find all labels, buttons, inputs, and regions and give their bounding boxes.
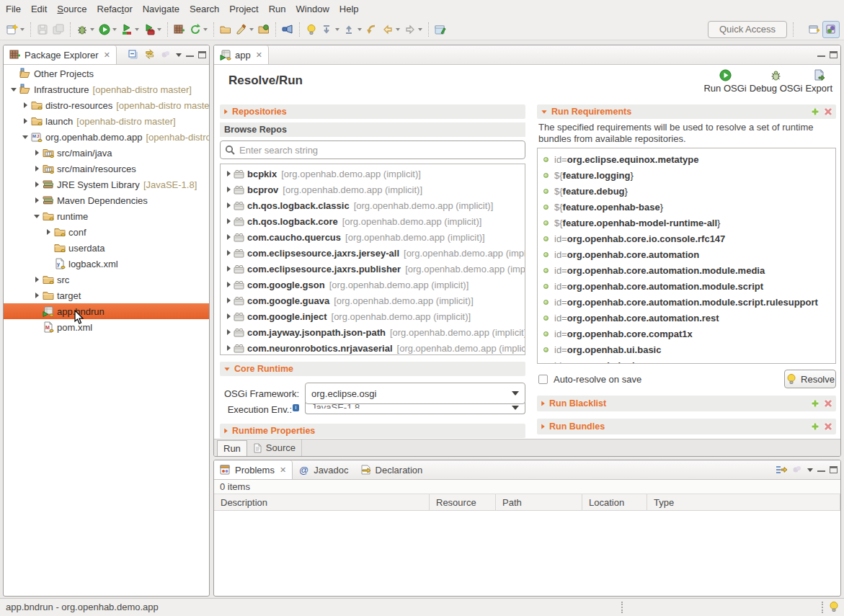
debug-osgi-button[interactable]: Debug OSGi	[749, 68, 804, 95]
resolve-button[interactable]: Resolve	[784, 370, 836, 388]
view-menu-icon[interactable]	[176, 53, 182, 57]
new-java-project-button[interactable]	[172, 21, 187, 38]
dropdown-caret-icon[interactable]	[418, 28, 422, 31]
lightbulb-icon[interactable]	[828, 601, 840, 612]
tree-expand-icon[interactable]	[31, 150, 43, 156]
pin-editor-button[interactable]	[432, 21, 448, 38]
quick-access-button[interactable]: Quick Access	[708, 21, 787, 38]
repo-item[interactable]: com.neuronrobotics.nrjavaserial[org.open…	[221, 340, 525, 355]
requirement-item[interactable]: id=org.openhab.ui.paper	[538, 357, 835, 364]
menu-source[interactable]: Source	[52, 0, 92, 19]
forward-button[interactable]	[402, 21, 425, 38]
requirement-item[interactable]: ${feature.openhab-model-runtime-all}	[538, 215, 835, 231]
refresh-button[interactable]	[187, 21, 210, 38]
tree-item-pom-xml[interactable]: Mpom.xml	[4, 319, 209, 335]
tree-expand-icon[interactable]	[223, 250, 234, 256]
tree-expand-icon[interactable]	[223, 202, 234, 208]
tree-collapse-icon[interactable]	[31, 215, 43, 218]
tree-expand-icon[interactable]	[223, 298, 234, 303]
tab-run[interactable]: Run	[217, 440, 247, 456]
section-core-runtime[interactable]: Core Runtime	[220, 362, 525, 376]
open-resource-button[interactable]	[218, 21, 234, 38]
menu-run[interactable]: Run	[264, 0, 291, 19]
maximize-icon[interactable]	[830, 466, 838, 473]
remove-requirement-icon[interactable]	[823, 107, 833, 117]
repo-item[interactable]: com.caucho.quercus[org.openhab.demo.app …	[221, 229, 525, 245]
tree-expand-icon[interactable]	[223, 313, 234, 319]
run-osgi-button[interactable]: Run OSGi	[703, 68, 747, 95]
auto-resolve-checkbox[interactable]	[538, 375, 548, 384]
open-type-button[interactable]	[256, 21, 272, 38]
last-edit-button[interactable]	[364, 21, 380, 38]
run-button[interactable]	[97, 21, 119, 38]
tree-item-org-openhab-demo-app[interactable]: MJorg.openhab.demo.app[openhab-distro ma…	[4, 129, 209, 145]
menu-search[interactable]: Search	[185, 0, 224, 19]
tree-expand-icon[interactable]	[223, 218, 234, 224]
tree-expand-icon[interactable]	[223, 171, 234, 177]
menu-edit[interactable]: Edit	[26, 0, 52, 19]
chevron-down-icon[interactable]	[512, 406, 519, 410]
collapse-all-icon[interactable]	[128, 49, 140, 61]
dropdown-caret-icon[interactable]	[203, 28, 208, 31]
tab-source[interactable]: Source	[247, 439, 302, 456]
repo-item[interactable]: com.google.gson[org.openhab.demo.app (im…	[221, 277, 525, 293]
repo-item[interactable]: com.eclipsesource.jaxrs.publisher[org.op…	[221, 261, 525, 277]
coverage-button[interactable]	[119, 21, 141, 38]
column-header-type[interactable]: Type	[647, 494, 840, 510]
repo-item[interactable]: bcprov[org.openhab.demo.app (implicit)]	[221, 182, 525, 197]
paint-button[interactable]	[234, 21, 256, 38]
remove-blacklist-icon[interactable]	[823, 398, 833, 409]
menu-window[interactable]: Window	[291, 0, 334, 19]
tab-package-explorer[interactable]: Package Explorer ✕	[4, 45, 117, 64]
tree-item-infrastructure[interactable]: Infrastructure[openhab-distro master]	[4, 81, 209, 97]
requirement-item[interactable]: id=org.openhab.ui.basic	[538, 342, 835, 357]
minimize-icon[interactable]	[817, 51, 825, 58]
repo-item[interactable]: ch.qos.logback.core[org.openhab.demo.app…	[221, 213, 525, 229]
repo-item[interactable]: com.jayway.jsonpath.json-path[org.openha…	[221, 324, 525, 340]
tree-item-launch[interactable]: launch[openhab-distro master]	[4, 113, 209, 129]
focus-task-icon[interactable]	[160, 49, 172, 61]
view-menu-icon[interactable]	[807, 468, 813, 472]
tree-expand-icon[interactable]	[223, 345, 234, 351]
minimize-icon[interactable]	[817, 466, 825, 473]
tree-item-maven-dependencies[interactable]: Maven Dependencies	[4, 192, 209, 208]
dropdown-caret-icon[interactable]	[20, 28, 25, 31]
tree-expand-icon[interactable]	[43, 229, 54, 235]
tree-expand-icon[interactable]	[223, 329, 234, 335]
requirement-item[interactable]: ${feature.logging}	[538, 167, 835, 183]
add-bundle-icon[interactable]	[810, 421, 820, 432]
dropdown-caret-icon[interactable]	[90, 28, 94, 31]
tree-item-src-main-resources[interactable]: src/main/resources	[4, 161, 209, 177]
tree-item-distro-resources[interactable]: distro-resources[openhab-distro master]	[4, 97, 209, 113]
save-button[interactable]	[35, 21, 50, 38]
menu-project[interactable]: Project	[224, 0, 263, 19]
section-runtime-properties[interactable]: Runtime Properties	[220, 424, 525, 438]
requirement-item[interactable]: id=org.openhab.core.automation.rest	[538, 310, 835, 326]
menu-navigate[interactable]: Navigate	[138, 0, 185, 19]
requirement-item[interactable]: id=org.openhab.core.compat1x	[538, 326, 835, 342]
requirement-item[interactable]: ${feature.openhab-base}	[538, 199, 835, 215]
dropdown-caret-icon[interactable]	[396, 28, 400, 31]
dropdown-caret-icon[interactable]	[335, 28, 339, 31]
search-input[interactable]: Enter search string	[220, 140, 525, 159]
tab-problems[interactable]: Problems ✕	[214, 460, 293, 479]
lightbulb-button[interactable]	[303, 21, 319, 38]
focus-task-icon[interactable]	[791, 464, 803, 476]
requirement-item[interactable]: id=org.openhab.core.automation.module.sc…	[538, 294, 835, 310]
tree-expand-icon[interactable]	[31, 293, 43, 298]
repo-item[interactable]: ch.qos.logback.classic[org.openhab.demo.…	[221, 197, 525, 213]
section-run-requirements[interactable]: Run Requirements	[537, 104, 836, 119]
column-header-resource[interactable]: Resource	[430, 494, 496, 510]
tree-expand-icon[interactable]	[31, 166, 43, 171]
tree-item-userdata[interactable]: userdata	[4, 240, 209, 256]
minimize-icon[interactable]	[186, 51, 194, 58]
repo-item[interactable]: com.eclipsesource.jaxrs.jersey-all[org.o…	[221, 245, 525, 261]
tree-expand-icon[interactable]	[19, 118, 31, 124]
repo-item[interactable]: com.google.guava[org.openhab.demo.app (i…	[221, 293, 525, 308]
tree-item-src-main-java[interactable]: src/main/java	[4, 145, 209, 161]
requirement-item[interactable]: id=org.openhab.core.automation.module.me…	[538, 262, 835, 278]
filter-icon[interactable]	[776, 464, 787, 476]
requirement-item[interactable]: id=org.openhab.core.io.console.rfc147	[538, 231, 835, 246]
tree-expand-icon[interactable]	[223, 266, 234, 272]
tree-item-logback-xml[interactable]: ylogback.xml	[4, 256, 209, 272]
